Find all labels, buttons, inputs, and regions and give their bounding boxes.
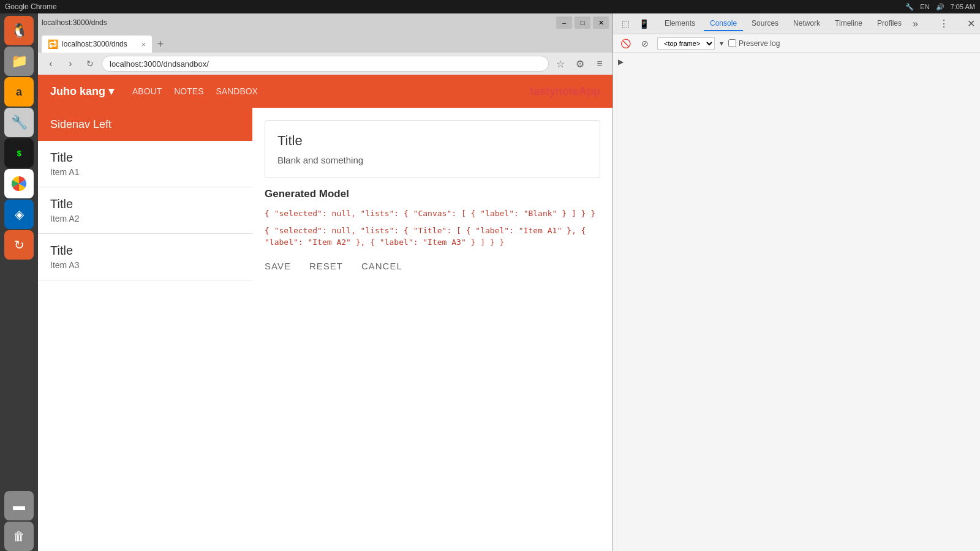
sidenav-item-0[interactable]: Title Item A1 <box>38 141 252 187</box>
sidenav-item-sub-1: Item A2 <box>50 214 240 223</box>
storage-icon[interactable]: ▬ <box>4 491 34 520</box>
nav-sandbox[interactable]: SANDBOX <box>216 86 257 96</box>
sidenav-item-sub-0: Item A1 <box>50 167 240 177</box>
app-content: Juho kang ▾ ABOUT NOTES SANDBOX tastynot… <box>38 75 612 551</box>
os-topbar-right: 🔧 EN 🔊 7:05 AM <box>905 3 975 11</box>
browser-tab-active[interactable]: 🔁 localhost:3000/dnds × <box>42 36 152 53</box>
os-volume-icon: 🔊 <box>936 3 944 11</box>
devtools-tab-sources[interactable]: Sources <box>745 17 785 31</box>
devtools-close-button[interactable]: ✕ <box>967 18 975 29</box>
tab-title: localhost:3000/dnds <box>62 40 127 48</box>
nav-notes[interactable]: NOTES <box>174 86 203 96</box>
terminal-icon[interactable]: $ <box>4 138 34 168</box>
trash-icon[interactable]: 🗑 <box>4 522 34 551</box>
devtools-tab-profiles[interactable]: Profiles <box>871 17 908 31</box>
chrome-icon[interactable] <box>4 169 34 198</box>
generated-model-title: Generated Model <box>265 188 600 200</box>
browser-window: localhost:3000/dnds – □ ✕ 🔁 localhost:30… <box>38 13 612 551</box>
browser-title-label: localhost:3000/dnds <box>42 18 552 27</box>
devtools-secondbar: 🚫 ⊘ <top frame> ▾ Preserve log <box>613 34 980 53</box>
address-bar[interactable] <box>102 56 549 72</box>
sidenav-header: Sidenav Left <box>38 108 252 141</box>
sidenav-item-title-1: Title <box>50 197 240 211</box>
back-button[interactable]: ‹ <box>43 56 59 72</box>
preserve-log-label[interactable]: Preserve log <box>728 39 780 48</box>
devtools-inspect-icon[interactable]: ⬚ <box>618 17 633 31</box>
ubuntu-icon[interactable]: 🐧 <box>4 16 34 45</box>
devtools-tab-timeline[interactable]: Timeline <box>829 17 869 31</box>
os-time: 7:05 AM <box>951 3 975 10</box>
browser-titlebar: localhost:3000/dnds – □ ✕ <box>38 13 612 32</box>
os-sidebar: 🐧 📁 a 🔧 $ ◈ ↻ ▬ 🗑 <box>0 13 38 551</box>
app-brand-link[interactable]: tastynoteApp <box>530 85 600 98</box>
browser-addressbar: ‹ › ↻ ☆ ⚙ ≡ <box>38 53 612 75</box>
devtools-toolbar: ⬚ 📱 Elements Console Sources Network Tim… <box>613 13 980 34</box>
menu-button[interactable]: ≡ <box>592 56 608 72</box>
tools-icon[interactable]: 🔧 <box>4 108 34 137</box>
browser-tabs: 🔁 localhost:3000/dnds × + <box>38 32 612 53</box>
sidenav-item-2[interactable]: Title Item A3 <box>38 234 252 280</box>
console-filter-icon[interactable]: ⊘ <box>638 36 652 51</box>
devtools-more-tabs[interactable]: » <box>910 18 921 29</box>
window-controls: – □ ✕ <box>556 17 609 29</box>
sidenav-item-title-2: Title <box>50 244 240 258</box>
nav-about[interactable]: ABOUT <box>132 86 162 96</box>
card-title: Title <box>277 133 587 149</box>
os-topbar-left: Google Chrome <box>5 2 57 11</box>
generated-model-section: Generated Model { "selected": null, "lis… <box>265 188 600 249</box>
devtools-tab-network[interactable]: Network <box>787 17 826 31</box>
amazon-icon[interactable]: a <box>4 77 34 107</box>
model-line-0: { "selected": null, "lists": { "Canvas":… <box>265 208 600 220</box>
minimize-button[interactable]: – <box>556 17 572 29</box>
content-card: Title Blank and something <box>265 120 600 178</box>
extension-button[interactable]: ⚙ <box>572 56 588 72</box>
cancel-button[interactable]: CANCEL <box>361 261 402 271</box>
devtools-mobile-icon[interactable]: 📱 <box>636 17 651 31</box>
main-area: Title Blank and something Generated Mode… <box>252 108 612 551</box>
card-body: Blank and something <box>277 155 587 165</box>
update-manager-icon[interactable]: ↻ <box>4 230 34 260</box>
bookmark-button[interactable]: ☆ <box>552 56 568 72</box>
devtools-action-icons: ⬚ 📱 <box>618 17 651 31</box>
devtools-tab-console[interactable]: Console <box>704 17 743 31</box>
files-icon[interactable]: 📁 <box>4 47 34 76</box>
sidenav-items: Title Item A1 Title Item A2 Title Item A… <box>38 141 252 551</box>
action-buttons: SAVE RESET CANCEL <box>265 261 600 271</box>
devtools-panel: ⬚ 📱 Elements Console Sources Network Tim… <box>612 13 980 551</box>
app-navbar: Juho kang ▾ ABOUT NOTES SANDBOX tastynot… <box>38 75 612 108</box>
model-line-1: { "selected": null, "lists": { "Title": … <box>265 225 600 249</box>
refresh-button[interactable]: ↻ <box>82 56 98 72</box>
console-clear-icon[interactable]: 🚫 <box>618 36 633 51</box>
os-topbar: Google Chrome 🔧 EN 🔊 7:05 AM <box>0 0 980 13</box>
devtools-body: ▶ <box>613 53 980 551</box>
maximize-button[interactable]: □ <box>575 17 590 29</box>
devtools-expand-arrow[interactable]: ▶ <box>618 58 975 66</box>
vscode-icon[interactable]: ◈ <box>4 200 34 229</box>
frame-arrow[interactable]: ▾ <box>720 39 723 48</box>
browser-chrome: localhost:3000/dnds – □ ✕ 🔁 localhost:30… <box>38 13 612 75</box>
reset-button[interactable]: RESET <box>309 261 343 271</box>
tab-favicon: 🔁 <box>48 39 58 49</box>
save-button[interactable]: SAVE <box>265 261 291 271</box>
close-window-button[interactable]: ✕ <box>593 17 609 29</box>
sidenav: Sidenav Left Title Item A1 Title Item A2… <box>38 108 252 551</box>
devtools-tab-elements[interactable]: Elements <box>658 17 701 31</box>
os-keyboard-icon: EN <box>920 3 929 10</box>
app-body: Sidenav Left Title Item A1 Title Item A2… <box>38 108 612 551</box>
new-tab-button[interactable]: + <box>152 36 169 53</box>
sidenav-item-title-0: Title <box>50 151 240 165</box>
brand-name[interactable]: Juho kang ▾ <box>50 84 114 98</box>
frame-select[interactable]: <top frame> <box>657 37 715 50</box>
tab-close-button[interactable]: × <box>141 40 146 49</box>
preserve-log-checkbox[interactable] <box>728 39 736 47</box>
os-title: Google Chrome <box>5 2 57 11</box>
os-settings-icon: 🔧 <box>905 3 914 11</box>
sidenav-item-sub-2: Item A3 <box>50 260 240 270</box>
sidenav-item-1[interactable]: Title Item A2 <box>38 187 252 234</box>
devtools-settings-icon[interactable]: ⋮ <box>939 18 949 29</box>
forward-button[interactable]: › <box>62 56 78 72</box>
